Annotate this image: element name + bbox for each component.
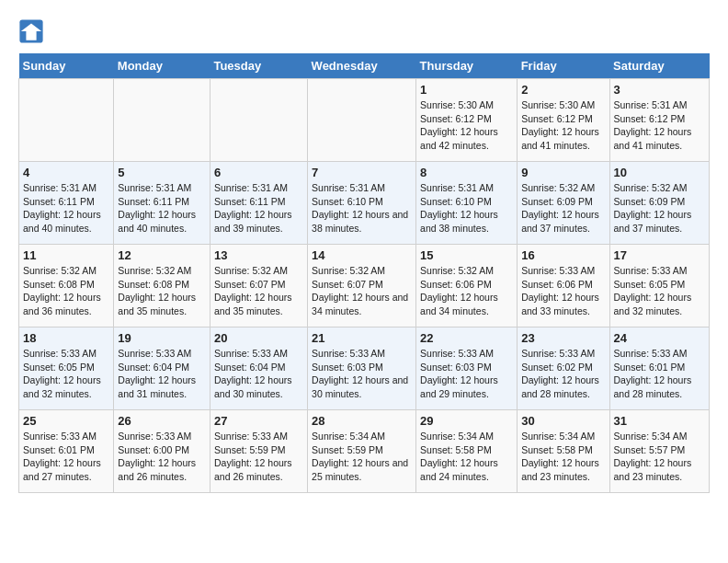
day-info: Sunrise: 5:33 AMSunset: 6:02 PMDaylight:… <box>521 347 605 401</box>
day-cell-empty-03 <box>308 79 416 162</box>
day-cell-11: 11Sunrise: 5:32 AMSunset: 6:08 PMDayligh… <box>19 245 114 327</box>
day-number: 18 <box>23 331 109 345</box>
day-info: Sunrise: 5:33 AMSunset: 6:05 PMDaylight:… <box>614 264 705 318</box>
weekday-header-friday: Friday <box>518 53 609 79</box>
logo <box>18 18 48 44</box>
page-header <box>18 18 710 44</box>
day-cell-24: 24Sunrise: 5:33 AMSunset: 6:01 PMDayligh… <box>609 327 709 410</box>
day-number: 26 <box>118 414 206 428</box>
weekday-header-tuesday: Tuesday <box>210 53 307 79</box>
day-info: Sunrise: 5:32 AMSunset: 6:08 PMDaylight:… <box>23 264 109 318</box>
day-number: 24 <box>614 331 705 345</box>
weekday-header-row: SundayMondayTuesdayWednesdayThursdayFrid… <box>19 53 710 79</box>
weekday-header-thursday: Thursday <box>416 53 518 79</box>
day-cell-3: 3Sunrise: 5:31 AMSunset: 6:12 PMDaylight… <box>609 79 709 162</box>
day-number: 6 <box>214 166 303 179</box>
day-info: Sunrise: 5:33 AMSunset: 6:05 PMDaylight:… <box>23 347 109 401</box>
day-number: 12 <box>118 248 206 262</box>
day-number: 27 <box>214 414 303 428</box>
day-number: 19 <box>118 331 206 345</box>
day-info: Sunrise: 5:32 AMSunset: 6:06 PMDaylight:… <box>420 264 513 318</box>
day-cell-empty-00 <box>19 79 114 162</box>
day-cell-19: 19Sunrise: 5:33 AMSunset: 6:04 PMDayligh… <box>114 327 210 410</box>
day-cell-26: 26Sunrise: 5:33 AMSunset: 6:00 PMDayligh… <box>114 410 210 493</box>
day-number: 5 <box>118 166 206 179</box>
day-cell-31: 31Sunrise: 5:34 AMSunset: 5:57 PMDayligh… <box>609 410 709 493</box>
weekday-header-wednesday: Wednesday <box>308 53 416 79</box>
day-info: Sunrise: 5:33 AMSunset: 6:00 PMDaylight:… <box>118 430 206 484</box>
day-number: 31 <box>614 414 705 428</box>
day-cell-13: 13Sunrise: 5:32 AMSunset: 6:07 PMDayligh… <box>210 245 307 327</box>
day-info: Sunrise: 5:34 AMSunset: 5:57 PMDaylight:… <box>614 430 705 484</box>
weekday-header-monday: Monday <box>114 53 210 79</box>
day-cell-12: 12Sunrise: 5:32 AMSunset: 6:08 PMDayligh… <box>114 245 210 327</box>
day-number: 25 <box>23 414 109 428</box>
day-number: 4 <box>23 166 109 179</box>
day-cell-29: 29Sunrise: 5:34 AMSunset: 5:58 PMDayligh… <box>416 410 518 493</box>
day-info: Sunrise: 5:34 AMSunset: 5:58 PMDaylight:… <box>420 430 513 484</box>
day-info: Sunrise: 5:33 AMSunset: 6:01 PMDaylight:… <box>614 347 705 401</box>
day-info: Sunrise: 5:33 AMSunset: 6:06 PMDaylight:… <box>521 264 605 318</box>
day-cell-20: 20Sunrise: 5:33 AMSunset: 6:04 PMDayligh… <box>210 327 307 410</box>
day-cell-22: 22Sunrise: 5:33 AMSunset: 6:03 PMDayligh… <box>416 327 518 410</box>
day-info: Sunrise: 5:32 AMSunset: 6:07 PMDaylight:… <box>214 264 303 318</box>
day-info: Sunrise: 5:30 AMSunset: 6:12 PMDaylight:… <box>521 98 605 153</box>
day-number: 14 <box>312 248 412 262</box>
day-info: Sunrise: 5:31 AMSunset: 6:10 PMDaylight:… <box>420 181 513 236</box>
day-cell-28: 28Sunrise: 5:34 AMSunset: 5:59 PMDayligh… <box>308 410 416 493</box>
day-info: Sunrise: 5:31 AMSunset: 6:11 PMDaylight:… <box>214 181 303 236</box>
day-number: 11 <box>23 248 109 262</box>
day-number: 20 <box>214 331 303 345</box>
day-cell-5: 5Sunrise: 5:31 AMSunset: 6:11 PMDaylight… <box>114 162 210 245</box>
day-cell-2: 2Sunrise: 5:30 AMSunset: 6:12 PMDaylight… <box>518 79 609 162</box>
day-info: Sunrise: 5:31 AMSunset: 6:11 PMDaylight:… <box>23 181 109 236</box>
week-row-3: 11Sunrise: 5:32 AMSunset: 6:08 PMDayligh… <box>19 245 710 327</box>
day-info: Sunrise: 5:33 AMSunset: 5:59 PMDaylight:… <box>214 430 303 484</box>
day-cell-18: 18Sunrise: 5:33 AMSunset: 6:05 PMDayligh… <box>19 327 114 410</box>
day-cell-6: 6Sunrise: 5:31 AMSunset: 6:11 PMDaylight… <box>210 162 307 245</box>
day-info: Sunrise: 5:33 AMSunset: 6:04 PMDaylight:… <box>214 347 303 401</box>
week-row-1: 1Sunrise: 5:30 AMSunset: 6:12 PMDaylight… <box>19 79 710 162</box>
day-info: Sunrise: 5:32 AMSunset: 6:09 PMDaylight:… <box>521 181 605 236</box>
day-info: Sunrise: 5:33 AMSunset: 6:04 PMDaylight:… <box>118 347 206 401</box>
day-cell-25: 25Sunrise: 5:33 AMSunset: 6:01 PMDayligh… <box>19 410 114 493</box>
day-number: 21 <box>312 331 412 345</box>
logo-icon <box>18 18 44 44</box>
calendar-table: SundayMondayTuesdayWednesdayThursdayFrid… <box>18 53 710 493</box>
day-info: Sunrise: 5:33 AMSunset: 6:03 PMDaylight:… <box>420 347 513 401</box>
day-number: 9 <box>521 166 605 179</box>
day-info: Sunrise: 5:31 AMSunset: 6:12 PMDaylight:… <box>614 98 705 153</box>
day-info: Sunrise: 5:33 AMSunset: 6:01 PMDaylight:… <box>23 430 109 484</box>
week-row-2: 4Sunrise: 5:31 AMSunset: 6:11 PMDaylight… <box>19 162 710 245</box>
day-cell-empty-01 <box>114 79 210 162</box>
weekday-header-sunday: Sunday <box>19 53 114 79</box>
day-cell-21: 21Sunrise: 5:33 AMSunset: 6:03 PMDayligh… <box>308 327 416 410</box>
day-cell-30: 30Sunrise: 5:34 AMSunset: 5:58 PMDayligh… <box>518 410 609 493</box>
day-info: Sunrise: 5:34 AMSunset: 5:59 PMDaylight:… <box>312 430 412 484</box>
day-info: Sunrise: 5:32 AMSunset: 6:08 PMDaylight:… <box>118 264 206 318</box>
day-number: 16 <box>521 248 605 262</box>
day-number: 8 <box>420 166 513 179</box>
day-cell-23: 23Sunrise: 5:33 AMSunset: 6:02 PMDayligh… <box>518 327 609 410</box>
week-row-5: 25Sunrise: 5:33 AMSunset: 6:01 PMDayligh… <box>19 410 710 493</box>
day-cell-27: 27Sunrise: 5:33 AMSunset: 5:59 PMDayligh… <box>210 410 307 493</box>
day-cell-9: 9Sunrise: 5:32 AMSunset: 6:09 PMDaylight… <box>518 162 609 245</box>
day-number: 2 <box>521 83 605 97</box>
day-cell-empty-02 <box>210 79 307 162</box>
weekday-header-saturday: Saturday <box>609 53 709 79</box>
day-number: 22 <box>420 331 513 345</box>
day-number: 10 <box>614 166 705 179</box>
day-cell-17: 17Sunrise: 5:33 AMSunset: 6:05 PMDayligh… <box>609 245 709 327</box>
day-number: 29 <box>420 414 513 428</box>
day-info: Sunrise: 5:32 AMSunset: 6:09 PMDaylight:… <box>614 181 705 236</box>
day-cell-8: 8Sunrise: 5:31 AMSunset: 6:10 PMDaylight… <box>416 162 518 245</box>
day-info: Sunrise: 5:31 AMSunset: 6:10 PMDaylight:… <box>312 181 412 236</box>
day-info: Sunrise: 5:33 AMSunset: 6:03 PMDaylight:… <box>312 347 412 401</box>
day-cell-1: 1Sunrise: 5:30 AMSunset: 6:12 PMDaylight… <box>416 79 518 162</box>
day-number: 17 <box>614 248 705 262</box>
day-cell-14: 14Sunrise: 5:32 AMSunset: 6:07 PMDayligh… <box>308 245 416 327</box>
day-cell-4: 4Sunrise: 5:31 AMSunset: 6:11 PMDaylight… <box>19 162 114 245</box>
day-number: 30 <box>521 414 605 428</box>
day-cell-16: 16Sunrise: 5:33 AMSunset: 6:06 PMDayligh… <box>518 245 609 327</box>
day-cell-15: 15Sunrise: 5:32 AMSunset: 6:06 PMDayligh… <box>416 245 518 327</box>
